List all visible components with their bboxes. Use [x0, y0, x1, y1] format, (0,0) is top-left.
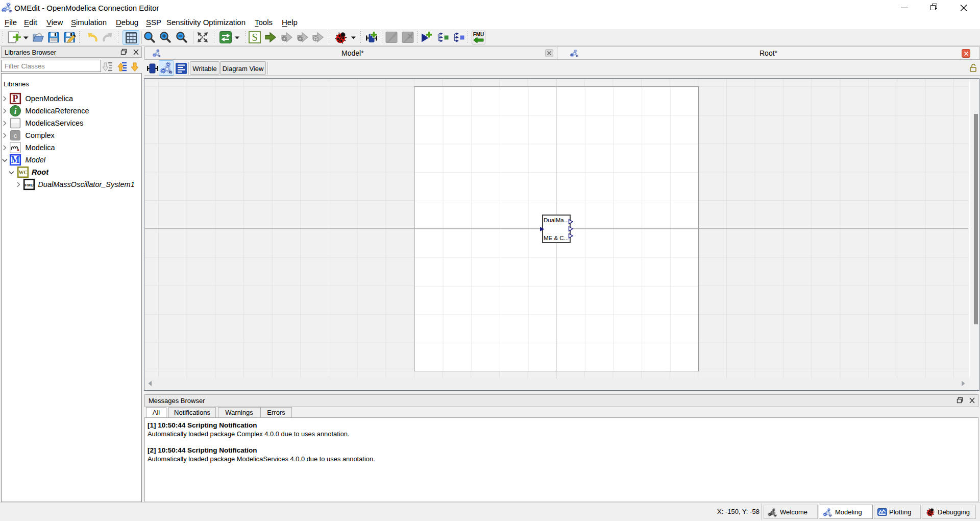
svg-text:WC: WC — [18, 169, 27, 175]
svg-text:S: S — [252, 32, 257, 43]
svg-text:i: i — [14, 106, 17, 116]
svg-text:M: M — [11, 155, 20, 165]
svg-text:c: c — [14, 132, 17, 139]
svg-text:P: P — [13, 93, 18, 104]
svg-text:FMU: FMU — [24, 182, 34, 187]
svg-text:FMU: FMU — [473, 32, 484, 37]
